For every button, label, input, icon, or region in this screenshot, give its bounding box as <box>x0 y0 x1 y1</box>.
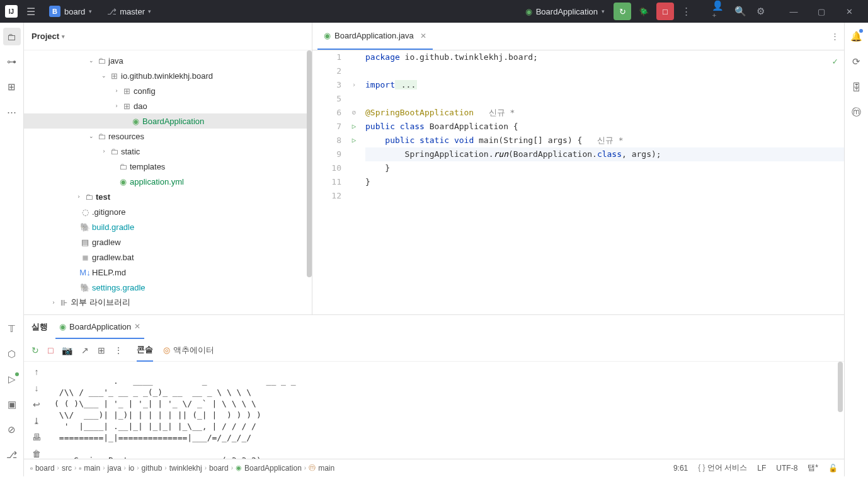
tree-item-helpmd[interactable]: M↓HELP.md <box>24 265 312 280</box>
library-icon: ⊪ <box>58 298 69 307</box>
stop-button[interactable]: □ <box>656 3 674 20</box>
tree-item-static[interactable]: ›🗀static <box>24 144 312 159</box>
folder-icon: 🗀 <box>108 147 120 156</box>
project-tool-icon[interactable]: 🗀 <box>3 28 21 45</box>
close-window-button[interactable]: ✕ <box>835 3 863 20</box>
ai-assistant-icon[interactable]: ⟳ <box>848 53 865 71</box>
main-menu-button[interactable]: ☰ <box>24 4 38 19</box>
minimize-window-button[interactable]: — <box>780 3 808 20</box>
ide-logo-icon: IJ <box>5 5 18 18</box>
rerun-button[interactable]: ↻ <box>31 345 39 355</box>
tree-item-buildgradle[interactable]: 🐘build.gradle <box>24 219 312 234</box>
module-icon: ▫ <box>30 464 33 472</box>
maven-icon[interactable]: ⓜ <box>848 103 865 121</box>
file-icon: ≣ <box>79 253 91 262</box>
tree-item-gradlew[interactable]: ▤gradlew <box>24 234 312 250</box>
console-output[interactable]: . ____ _ __ _ _ /\\ / ___'_ __ _ _(_)_ _… <box>49 362 844 459</box>
package-icon: ⊞ <box>108 71 120 81</box>
run-button[interactable]: ↻ <box>614 3 631 20</box>
tree-item-java[interactable]: ⌄🗀java <box>24 53 312 68</box>
project-name-label: board <box>64 7 85 16</box>
run-tool-icon[interactable]: ▷ <box>3 370 21 388</box>
branch-icon: ⎇ <box>107 7 117 16</box>
tree-item-gitignore[interactable]: ◌.gitignore <box>24 204 312 219</box>
actuator-tab[interactable]: ◎ 액추에이터 <box>163 345 214 356</box>
project-selector[interactable]: B board ▾ <box>44 4 97 19</box>
terminal-tool-icon[interactable]: ▣ <box>3 396 21 413</box>
folder-icon: 🗀 <box>83 192 94 202</box>
gradle-icon: 🐘 <box>79 222 91 232</box>
soft-wrap-icon[interactable]: ↩ <box>33 399 40 410</box>
run-tab-boardapplication[interactable]: ◉ BoardApplication ✕ <box>55 315 144 339</box>
spring-class-icon: ◉ <box>236 464 242 472</box>
module-icon: ▫ <box>79 464 81 472</box>
layout-button[interactable]: ⊞ <box>98 345 105 355</box>
tree-item-templates[interactable]: 🗀templates <box>24 159 312 174</box>
inspection-ok-icon[interactable]: ✓ <box>833 54 838 68</box>
close-run-tab-icon[interactable]: ✕ <box>134 322 140 331</box>
screenshot-button[interactable]: 📷 <box>62 345 72 355</box>
run-tab-label: BoardApplication <box>69 322 131 331</box>
gitignore-icon: ◌ <box>79 207 91 217</box>
run-more-button[interactable] <box>114 345 123 355</box>
ai-tool-icon[interactable]: 𝕋 <box>3 320 21 338</box>
spring-class-icon: ◉ <box>130 117 141 126</box>
gradle-icon: 🐘 <box>79 283 91 292</box>
tree-item-package[interactable]: ⌄⊞io.github.twinklekhj.board <box>24 68 312 83</box>
gutter-icons: › ⊘ ▷ ▷ <box>348 50 360 314</box>
scroll-down-icon[interactable]: ↓ <box>35 383 39 393</box>
code-content[interactable]: package io.github.twinklekhj.board; impo… <box>360 50 844 314</box>
scroll-up-icon[interactable]: ↑ <box>35 367 39 377</box>
editor-tabs-more-button[interactable] <box>831 32 839 41</box>
editor-tab-boardapplication[interactable]: ◉ BoardApplication.java ✕ <box>317 23 433 50</box>
tree-item-extlib[interactable]: ›⊪외부 라이브러리 <box>24 295 312 310</box>
tree-item-resources[interactable]: ⌄🗀resources <box>24 129 312 144</box>
tree-item-config[interactable]: ›⊞config <box>24 83 312 98</box>
tree-item-test[interactable]: ›🗀test <box>24 189 312 204</box>
vcs-tool-icon[interactable]: ⎇ <box>3 446 21 464</box>
close-tab-icon[interactable]: ✕ <box>420 32 426 40</box>
line-separator[interactable]: LF <box>757 464 766 473</box>
file-encoding[interactable]: UTF-8 <box>776 464 797 473</box>
scrollbar[interactable] <box>307 50 312 277</box>
editor-tab-label: BoardApplication.java <box>334 31 414 40</box>
search-icon[interactable]: 🔍 <box>732 3 748 20</box>
language-services[interactable]: { } 언어 서비스 <box>698 462 747 473</box>
indent-settings[interactable]: 탭* <box>808 462 818 473</box>
tree-item-dao[interactable]: ›⊞dao <box>24 98 312 113</box>
structure-tool-icon[interactable]: ⊞ <box>3 78 21 96</box>
more-tool-icon[interactable]: ⋯ <box>3 103 21 121</box>
project-panel-header[interactable]: Project ▾ <box>24 23 312 50</box>
print-icon[interactable]: 🖶 <box>32 432 41 442</box>
scroll-to-end-icon[interactable]: ⤓ <box>33 416 40 426</box>
tree-item-settingsgradle[interactable]: 🐘settings.gradle <box>24 280 312 295</box>
settings-icon[interactable]: ⚙ <box>752 3 768 20</box>
notifications-icon[interactable]: 🔔 <box>848 28 865 45</box>
spring-yml-icon: ◉ <box>117 177 128 187</box>
spring-leaf-icon: ◉ <box>525 7 532 16</box>
branch-selector[interactable]: ⎇ master ▾ <box>103 5 155 18</box>
services-tool-icon[interactable]: ⬡ <box>3 345 21 363</box>
code-with-me-icon[interactable]: 👤⁺ <box>712 3 728 20</box>
commit-tool-icon[interactable]: ⊶ <box>3 53 21 71</box>
tree-item-gradlewbat[interactable]: ≣gradlew.bat <box>24 250 312 265</box>
maximize-window-button[interactable]: ▢ <box>808 3 835 20</box>
run-config-selector[interactable]: ◉ BoardApplication ▾ <box>520 5 610 18</box>
tree-item-boardapplication[interactable]: ◉BoardApplication <box>24 113 312 129</box>
more-actions-button[interactable] <box>678 3 694 20</box>
problems-tool-icon[interactable]: ⊘ <box>3 421 21 439</box>
clear-icon[interactable]: 🗑 <box>32 449 41 459</box>
console-tab[interactable]: 콘솔 <box>137 339 153 362</box>
console-scrollbar[interactable] <box>838 362 843 412</box>
caret-position[interactable]: 9:61 <box>673 464 688 473</box>
stop-run-button[interactable]: □ <box>48 345 53 355</box>
run-gutter-icon[interactable]: ▷ <box>348 134 360 147</box>
export-button[interactable]: ↗ <box>81 345 89 355</box>
debug-button[interactable]: 🪲 <box>635 3 653 20</box>
readonly-toggle-icon[interactable]: 🔓 <box>828 464 838 473</box>
database-icon[interactable]: 🗄 <box>848 78 865 96</box>
run-gutter-icon[interactable]: ▷ <box>348 120 360 134</box>
tree-item-appyml[interactable]: ◉application.yml <box>24 174 312 189</box>
breadcrumb[interactable]: ▫board ›src ›▫main ›java ›io ›github ›tw… <box>30 463 334 473</box>
branch-name-label: master <box>120 7 145 16</box>
